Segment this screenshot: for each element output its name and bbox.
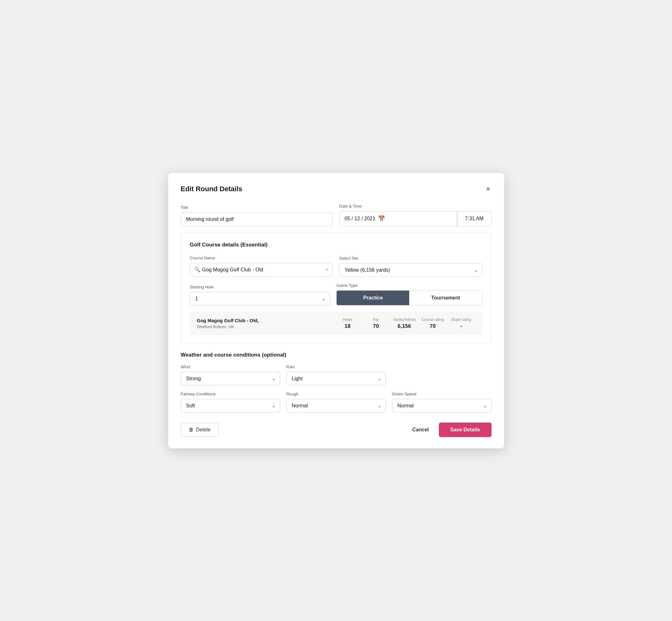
rough-group: Rough ShortNormalLong ⌄ xyxy=(287,391,386,412)
golf-course-section: Golf Course details (Essential) Course N… xyxy=(181,233,492,343)
course-info-location: Shelford Bottom, UK xyxy=(197,324,333,329)
par-value: 70 xyxy=(373,323,379,329)
save-button[interactable]: Save Details xyxy=(439,422,491,437)
date-value: 05 / 12 / 2021 xyxy=(344,216,375,221)
rough-dropdown[interactable]: ShortNormalLong xyxy=(287,399,386,412)
yards-stat: Yards(Yellow) 6,156 xyxy=(390,318,419,329)
course-rating-label: Course rating xyxy=(421,318,444,322)
weather-section-title: Weather and course conditions (optional) xyxy=(181,352,492,358)
search-icon: 🔍 xyxy=(194,266,201,273)
starting-hole-wrap: 1234 5678 910 ⌄ xyxy=(190,292,330,305)
course-rating-stat: Course rating 70 xyxy=(419,318,447,329)
green-speed-label: Green Speed xyxy=(392,391,492,396)
time-value: 7:31 AM xyxy=(465,216,484,221)
time-part[interactable]: 7:31 AM xyxy=(458,211,491,226)
rain-dropdown[interactable]: NoneLightModerateHeavy xyxy=(287,372,386,385)
trash-icon: 🗑 xyxy=(189,427,194,432)
golf-section-title: Golf Course details (Essential) xyxy=(190,242,482,248)
select-tee-group: Select Tee Yellow (6,156 yards) Red Whit… xyxy=(339,256,482,277)
starting-hole-dropdown[interactable]: 1234 5678 910 xyxy=(190,292,330,305)
rain-group: Rain NoneLightModerateHeavy ⌄ xyxy=(287,365,386,385)
edit-round-modal: Edit Round Details × Title Date & Time 0… xyxy=(168,173,504,448)
calendar-icon: 📅 xyxy=(378,215,385,222)
course-info-bar: Gog Magog Golf Club - Old, Shelford Bott… xyxy=(190,312,482,335)
par-stat: Par 70 xyxy=(362,318,390,329)
practice-button[interactable]: Practice xyxy=(337,291,409,305)
wind-rain-row: Wind NoneLightModerateStrongVery Strong … xyxy=(181,365,492,385)
rough-label: Rough xyxy=(287,391,386,396)
datetime-label: Date & Time xyxy=(339,204,492,209)
course-name-label: Course Name xyxy=(190,256,333,260)
title-datetime-row: Title Date & Time 05 / 12 / 2021 📅 7:31 … xyxy=(181,204,492,226)
yards-label: Yards(Yellow) xyxy=(393,318,416,322)
delete-label: Delete xyxy=(196,427,211,432)
starting-hole-label: Starting Hole xyxy=(190,285,330,289)
rough-select-wrap: ShortNormalLong ⌄ xyxy=(287,399,386,412)
wind-select-wrap: NoneLightModerateStrongVery Strong ⌄ xyxy=(181,372,280,385)
par-label: Par xyxy=(373,318,379,322)
slope-rating-value: - xyxy=(460,323,462,329)
footer-right: Cancel Save Details xyxy=(410,422,492,437)
fairway-group: Fairway Conditions SoftNormalHard ⌄ xyxy=(181,391,280,412)
close-button[interactable]: × xyxy=(485,184,492,194)
green-speed-group: Green Speed SlowNormalFastVery Fast ⌄ xyxy=(392,391,492,412)
hole-gametype-row: Starting Hole 1234 5678 910 ⌄ Game Type … xyxy=(190,283,482,305)
wind-label: Wind xyxy=(181,365,280,369)
course-name-group: Course Name 🔍 ✕ xyxy=(190,256,333,277)
delete-button[interactable]: 🗑 Delete xyxy=(181,423,219,437)
modal-title: Edit Round Details xyxy=(181,185,243,193)
weather-section: Weather and course conditions (optional)… xyxy=(181,352,492,412)
slope-rating-stat: Slope rating - xyxy=(447,318,475,329)
course-tee-row: Course Name 🔍 ✕ Select Tee Yellow (6,156… xyxy=(190,256,482,277)
wind-dropdown[interactable]: NoneLightModerateStrongVery Strong xyxy=(181,372,280,385)
game-type-group: Game Type Practice Tournament xyxy=(336,283,482,305)
modal-header: Edit Round Details × xyxy=(181,184,492,194)
tournament-button[interactable]: Tournament xyxy=(409,291,482,305)
rain-label: Rain xyxy=(287,365,386,369)
fairway-rough-green-row: Fairway Conditions SoftNormalHard ⌄ Roug… xyxy=(181,391,492,412)
modal-footer: 🗑 Delete Cancel Save Details xyxy=(181,422,492,437)
holes-label: Holes xyxy=(343,318,352,322)
game-type-label: Game Type xyxy=(336,283,482,288)
date-part[interactable]: 05 / 12 / 2021 📅 xyxy=(339,211,457,226)
green-speed-select-wrap: SlowNormalFastVery Fast ⌄ xyxy=(392,399,492,412)
course-info-name: Gog Magog Golf Club - Old, xyxy=(197,318,333,323)
holes-value: 18 xyxy=(344,323,350,329)
game-type-toggle: Practice Tournament xyxy=(336,290,482,305)
course-name-search-wrap: 🔍 ✕ xyxy=(190,263,333,277)
fairway-label: Fairway Conditions xyxy=(181,391,280,396)
select-tee-wrap: Yellow (6,156 yards) Red White Blue ⌄ xyxy=(339,263,482,277)
green-speed-dropdown[interactable]: SlowNormalFastVery Fast xyxy=(392,399,492,412)
datetime-field-group: Date & Time 05 / 12 / 2021 📅 7:31 AM xyxy=(339,204,492,226)
title-field-group: Title xyxy=(181,205,333,226)
wind-group: Wind NoneLightModerateStrongVery Strong … xyxy=(181,365,280,385)
slope-rating-label: Slope rating xyxy=(451,318,471,322)
select-tee-dropdown[interactable]: Yellow (6,156 yards) Red White Blue xyxy=(339,263,482,277)
holes-stat: Holes 18 xyxy=(333,318,362,329)
date-time-group: 05 / 12 / 2021 📅 7:31 AM xyxy=(339,211,492,226)
title-label: Title xyxy=(181,205,333,210)
select-tee-label: Select Tee xyxy=(339,256,482,261)
course-rating-value: 70 xyxy=(430,323,436,329)
course-name-input[interactable] xyxy=(190,263,333,277)
clear-search-icon[interactable]: ✕ xyxy=(325,267,329,272)
yards-value: 6,156 xyxy=(397,323,411,329)
title-input[interactable] xyxy=(181,212,333,226)
starting-hole-group: Starting Hole 1234 5678 910 ⌄ xyxy=(190,285,330,305)
fairway-dropdown[interactable]: SoftNormalHard xyxy=(181,399,280,412)
course-info-name-block: Gog Magog Golf Club - Old, Shelford Bott… xyxy=(197,318,333,329)
rain-select-wrap: NoneLightModerateHeavy ⌄ xyxy=(287,372,386,385)
cancel-button[interactable]: Cancel xyxy=(410,423,431,437)
fairway-select-wrap: SoftNormalHard ⌄ xyxy=(181,399,280,412)
